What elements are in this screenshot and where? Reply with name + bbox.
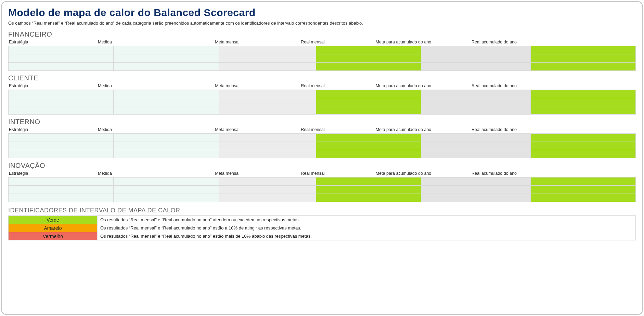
col-header-meta-mensal: Meta mensal [186, 83, 268, 88]
cell-medida[interactable] [114, 186, 219, 194]
col-header-real-acumulado: Real acumulado do ano [450, 171, 539, 176]
legend-color-yellow: Amarelo [9, 224, 98, 232]
cell-medida[interactable] [114, 134, 219, 142]
cell-meta-mensal[interactable] [219, 63, 316, 71]
cell-meta-mensal[interactable] [219, 54, 316, 63]
cell-real-acumulado [530, 186, 636, 194]
cell-estrategia[interactable] [9, 186, 114, 194]
cell-real-mensal [316, 90, 421, 98]
page-title: Modelo de mapa de calor do Balanced Scor… [8, 7, 636, 18]
col-header-meta-mensal: Meta mensal [186, 171, 268, 176]
cell-medida[interactable] [114, 177, 219, 186]
table-cliente [8, 90, 636, 115]
legend-color-green: Verde [9, 216, 98, 224]
cell-meta-mensal[interactable] [219, 142, 316, 150]
cell-real-mensal [316, 106, 421, 115]
cell-meta-mensal[interactable] [219, 90, 316, 98]
cell-real-acumulado [530, 177, 636, 186]
cell-real-acumulado [530, 150, 636, 158]
table-row [9, 46, 636, 54]
cell-medida[interactable] [114, 106, 219, 115]
cell-medida[interactable] [114, 142, 219, 150]
cell-meta-acumulado[interactable] [421, 150, 530, 158]
cell-medida[interactable] [114, 150, 219, 158]
column-headers: Estratégia Medida Meta mensal Real mensa… [8, 83, 636, 90]
legend-row-yellow: Amarelo Os resultados “Real mensal” e “R… [9, 224, 636, 232]
table-row [9, 63, 636, 71]
cell-meta-acumulado[interactable] [421, 142, 530, 150]
column-headers: Estratégia Medida Meta mensal Real mensa… [8, 170, 636, 177]
section-title-financeiro: FINANCEIRO [8, 30, 636, 38]
col-header-meta-mensal: Meta mensal [186, 127, 268, 132]
cell-medida[interactable] [114, 46, 219, 54]
cell-real-acumulado [530, 134, 636, 142]
cell-real-acumulado [530, 194, 636, 202]
cell-real-mensal [316, 98, 421, 106]
cell-estrategia[interactable] [9, 134, 114, 142]
cell-real-acumulado [530, 98, 636, 106]
cell-real-acumulado [530, 90, 636, 98]
table-row [9, 142, 636, 150]
cell-meta-acumulado[interactable] [421, 186, 530, 194]
table-row [9, 186, 636, 194]
cell-meta-mensal[interactable] [219, 46, 316, 54]
cell-medida[interactable] [114, 98, 219, 106]
cell-medida[interactable] [114, 63, 219, 71]
cell-meta-acumulado[interactable] [421, 46, 530, 54]
cell-meta-mensal[interactable] [219, 134, 316, 142]
section-title-cliente: CLIENTE [8, 74, 636, 82]
col-header-real-mensal: Real mensal [268, 171, 357, 176]
cell-medida[interactable] [114, 194, 219, 202]
table-row [9, 98, 636, 106]
legend-desc-green: Os resultados “Real mensal” e “Real acum… [98, 216, 636, 224]
col-header-real-acumulado: Real acumulado do ano [450, 40, 539, 44]
cell-estrategia[interactable] [9, 90, 114, 98]
column-headers: Estratégia Medida Meta mensal Real mensa… [8, 39, 636, 46]
cell-real-mensal [316, 46, 421, 54]
document-frame: Modelo de mapa de calor do Balanced Scor… [1, 1, 643, 315]
section-title-inovacao: INOVAÇÃO [8, 162, 636, 170]
col-header-meta-acumulado: Meta para acumulado do ano [357, 40, 450, 44]
legend-desc-yellow: Os resultados “Real mensal” e “Real acum… [98, 224, 636, 232]
table-row [9, 134, 636, 142]
cell-estrategia[interactable] [9, 142, 114, 150]
cell-estrategia[interactable] [9, 63, 114, 71]
col-header-medida: Medida [97, 127, 186, 132]
cell-meta-acumulado[interactable] [421, 106, 530, 115]
col-header-real-acumulado: Real acumulado do ano [450, 127, 539, 132]
cell-meta-mensal[interactable] [219, 106, 316, 115]
cell-meta-mensal[interactable] [219, 98, 316, 106]
cell-meta-acumulado[interactable] [421, 90, 530, 98]
col-header-real-mensal: Real mensal [268, 40, 357, 44]
cell-meta-mensal[interactable] [219, 194, 316, 202]
cell-meta-acumulado[interactable] [421, 177, 530, 186]
cell-estrategia[interactable] [9, 54, 114, 63]
cell-estrategia[interactable] [9, 106, 114, 115]
cell-meta-acumulado[interactable] [421, 194, 530, 202]
cell-medida[interactable] [114, 90, 219, 98]
cell-estrategia[interactable] [9, 177, 114, 186]
cell-estrategia[interactable] [9, 98, 114, 106]
table-inovacao [8, 177, 636, 202]
cell-medida[interactable] [114, 54, 219, 63]
table-row [9, 194, 636, 202]
cell-meta-acumulado[interactable] [421, 63, 530, 71]
cell-meta-mensal[interactable] [219, 150, 316, 158]
cell-meta-acumulado[interactable] [421, 54, 530, 63]
page-subtitle: Os campos “Real mensal” e “Real acumulad… [8, 21, 636, 26]
cell-real-acumulado [530, 142, 636, 150]
cell-meta-acumulado[interactable] [421, 134, 530, 142]
cell-estrategia[interactable] [9, 194, 114, 202]
col-header-medida: Medida [97, 83, 186, 88]
cell-meta-mensal[interactable] [219, 186, 316, 194]
cell-meta-mensal[interactable] [219, 177, 316, 186]
legend-title: IDENTIFICADORES DE INTERVALO DE MAPA DE … [8, 207, 636, 214]
cell-real-mensal [316, 63, 421, 71]
cell-estrategia[interactable] [9, 46, 114, 54]
cell-meta-acumulado[interactable] [421, 98, 530, 106]
table-row [9, 177, 636, 186]
col-header-meta-mensal: Meta mensal [186, 40, 268, 44]
cell-estrategia[interactable] [9, 150, 114, 158]
table-row [9, 90, 636, 98]
col-header-meta-acumulado: Meta para acumulado do ano [357, 127, 450, 132]
